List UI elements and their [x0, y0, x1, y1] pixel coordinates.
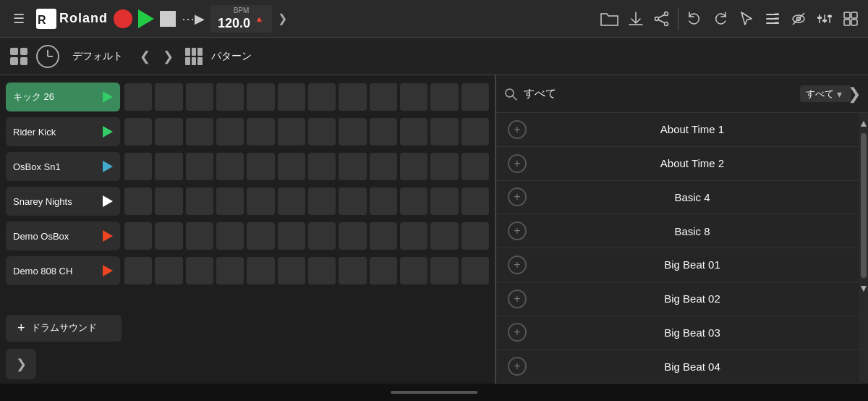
- add-icon[interactable]: +: [508, 323, 527, 342]
- expand-arrow-button[interactable]: ❯: [6, 349, 36, 379]
- clock-icon[interactable]: [36, 45, 59, 68]
- scroll-down-button[interactable]: ▼: [856, 281, 868, 295]
- cell[interactable]: [308, 187, 336, 215]
- cell[interactable]: [278, 118, 305, 145]
- cell[interactable]: [186, 222, 213, 250]
- cell[interactable]: [216, 187, 244, 215]
- record-button[interactable]: [114, 9, 132, 28]
- track-button-4[interactable]: Demo OsBox: [6, 221, 120, 250]
- share-icon[interactable]: [652, 9, 672, 29]
- cell[interactable]: [308, 153, 336, 180]
- cell[interactable]: [278, 187, 305, 215]
- cell[interactable]: [370, 187, 397, 215]
- cell[interactable]: [400, 222, 427, 250]
- mixer-button[interactable]: [814, 9, 835, 29]
- menu-icon[interactable]: ☰: [7, 7, 30, 30]
- cell[interactable]: [186, 153, 213, 180]
- list-item[interactable]: + Basic 8: [496, 214, 859, 248]
- cell[interactable]: [124, 222, 152, 250]
- cell[interactable]: [124, 257, 152, 284]
- play-icon-4[interactable]: [103, 230, 113, 242]
- scroll-thumb[interactable]: [861, 133, 867, 278]
- track-button-3[interactable]: Snarey Nights: [6, 187, 120, 216]
- cell[interactable]: [216, 83, 244, 111]
- undo-button[interactable]: [684, 9, 705, 29]
- track-button-0[interactable]: キック 26: [6, 83, 120, 111]
- play-icon-3[interactable]: [103, 195, 113, 207]
- track-button-2[interactable]: OsBox Sn1: [6, 152, 120, 181]
- bottom-handle[interactable]: [391, 391, 477, 394]
- cell[interactable]: [278, 153, 305, 180]
- cell[interactable]: [339, 222, 366, 250]
- cell[interactable]: [186, 257, 213, 284]
- cell[interactable]: [400, 153, 427, 180]
- cell[interactable]: [216, 257, 244, 284]
- add-icon[interactable]: +: [508, 290, 527, 308]
- cell[interactable]: [339, 118, 366, 145]
- cell[interactable]: [430, 222, 458, 250]
- search-input[interactable]: [524, 88, 794, 100]
- grid-view-icon[interactable]: [7, 45, 30, 68]
- cell[interactable]: [400, 118, 427, 145]
- cell[interactable]: [370, 257, 397, 284]
- select-tool-button[interactable]: [736, 9, 757, 29]
- folder-icon[interactable]: [600, 9, 620, 29]
- cell[interactable]: [124, 153, 152, 180]
- cell[interactable]: [461, 83, 489, 111]
- cell[interactable]: [155, 187, 182, 215]
- bpm-next-arrow[interactable]: ❯: [278, 12, 287, 25]
- track-button-5[interactable]: Demo 808 CH: [6, 256, 120, 285]
- cell[interactable]: [186, 187, 213, 215]
- stop-button[interactable]: [160, 11, 176, 27]
- cell[interactable]: [216, 153, 244, 180]
- cell[interactable]: [124, 118, 152, 145]
- play-icon-1[interactable]: [103, 126, 113, 138]
- cell[interactable]: [124, 83, 152, 111]
- cell[interactable]: [247, 222, 274, 250]
- redo-button[interactable]: [710, 9, 731, 29]
- cell[interactable]: [400, 187, 427, 215]
- cell[interactable]: [400, 257, 427, 284]
- cell[interactable]: [247, 187, 274, 215]
- cell[interactable]: [461, 257, 489, 284]
- cell[interactable]: [216, 222, 244, 250]
- cell[interactable]: [430, 118, 458, 145]
- add-drum-button[interactable]: + ドラムサウンド: [6, 315, 122, 342]
- cell[interactable]: [430, 257, 458, 284]
- list-item[interactable]: + Big Beat 02: [496, 282, 859, 316]
- grid-layout-button[interactable]: [841, 9, 861, 29]
- cell[interactable]: [155, 222, 182, 250]
- cell[interactable]: [247, 118, 274, 145]
- cell[interactable]: [461, 187, 489, 215]
- cell[interactable]: [155, 153, 182, 180]
- add-icon[interactable]: +: [508, 154, 527, 173]
- cell[interactable]: [339, 257, 366, 284]
- cell[interactable]: [186, 83, 213, 111]
- cell[interactable]: [430, 83, 458, 111]
- pattern-seq-button[interactable]: ⋯▶: [182, 11, 205, 27]
- cell[interactable]: [370, 153, 397, 180]
- cell[interactable]: [247, 257, 274, 284]
- cell[interactable]: [155, 83, 182, 111]
- list-view-button[interactable]: [762, 9, 783, 29]
- eye-button[interactable]: [788, 9, 809, 29]
- cell[interactable]: [430, 153, 458, 180]
- cell[interactable]: [278, 257, 305, 284]
- add-icon[interactable]: +: [508, 187, 527, 206]
- list-item[interactable]: + Big Beat 04: [496, 350, 859, 384]
- play-icon-2[interactable]: [103, 161, 113, 172]
- track-button-1[interactable]: Rider Kick: [6, 117, 120, 146]
- cell[interactable]: [370, 222, 397, 250]
- cell[interactable]: [461, 118, 489, 145]
- add-icon[interactable]: +: [508, 221, 527, 240]
- cell[interactable]: [339, 187, 366, 215]
- cell[interactable]: [124, 187, 152, 215]
- list-item[interactable]: + About Time 2: [496, 147, 859, 181]
- list-item[interactable]: + Big Beat 03: [496, 316, 859, 350]
- cell[interactable]: [155, 257, 182, 284]
- cell[interactable]: [247, 83, 274, 111]
- cell[interactable]: [370, 83, 397, 111]
- download-icon[interactable]: [626, 9, 646, 29]
- play-button[interactable]: [138, 9, 154, 28]
- cell[interactable]: [278, 83, 305, 111]
